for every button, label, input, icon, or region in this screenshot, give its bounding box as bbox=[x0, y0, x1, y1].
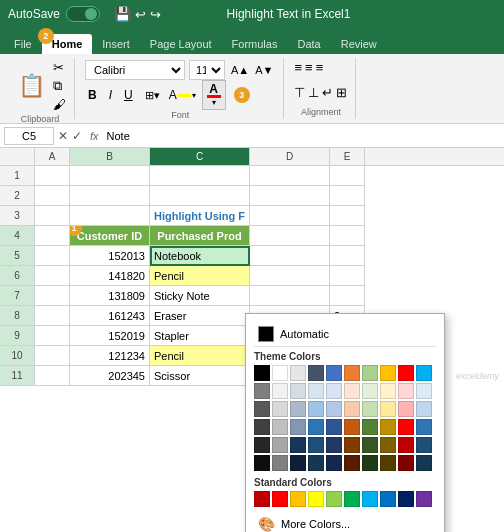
cell-d1[interactable] bbox=[250, 166, 330, 186]
bold-button[interactable]: B bbox=[85, 87, 100, 103]
wrap-text-icon[interactable]: ↵ bbox=[322, 85, 333, 100]
row-header-6[interactable]: 6 bbox=[0, 266, 35, 286]
font-color-button[interactable]: A ▾ bbox=[202, 80, 226, 110]
cell-d2[interactable] bbox=[250, 186, 330, 206]
theme-color-swatch[interactable] bbox=[380, 365, 396, 381]
standard-color-swatch[interactable] bbox=[416, 491, 432, 507]
cell-b2[interactable] bbox=[70, 186, 150, 206]
standard-color-swatch[interactable] bbox=[272, 491, 288, 507]
borders-button[interactable]: ⊞▾ bbox=[142, 88, 163, 103]
theme-color-swatch[interactable] bbox=[344, 437, 360, 453]
theme-color-swatch[interactable] bbox=[326, 437, 342, 453]
theme-color-swatch[interactable] bbox=[344, 419, 360, 435]
fill-color-button[interactable]: A ▾ bbox=[169, 88, 196, 102]
theme-color-swatch[interactable] bbox=[398, 401, 414, 417]
cell-b10[interactable]: 121234 bbox=[70, 346, 150, 366]
cell-c7[interactable]: Sticky Note bbox=[150, 286, 250, 306]
theme-color-swatch[interactable] bbox=[362, 401, 378, 417]
theme-color-swatch[interactable] bbox=[272, 365, 288, 381]
standard-color-swatch[interactable] bbox=[362, 491, 378, 507]
tab-data[interactable]: Data bbox=[287, 34, 330, 54]
format-painter-icon[interactable]: 🖌 bbox=[53, 97, 66, 112]
row-header-10[interactable]: 10 bbox=[0, 346, 35, 366]
font-size-select[interactable]: 11 bbox=[189, 60, 225, 80]
theme-color-swatch[interactable] bbox=[380, 419, 396, 435]
cell-b4[interactable]: Customer ID 1 bbox=[70, 226, 150, 246]
cell-a5[interactable] bbox=[35, 246, 70, 266]
cell-d5[interactable] bbox=[250, 246, 330, 266]
tab-file[interactable]: File bbox=[4, 34, 42, 54]
tab-review[interactable]: Review bbox=[331, 34, 387, 54]
row-header-7[interactable]: 7 bbox=[0, 286, 35, 306]
row-header-8[interactable]: 8 bbox=[0, 306, 35, 326]
cell-b7[interactable]: 131809 bbox=[70, 286, 150, 306]
col-header-e[interactable]: E bbox=[330, 148, 365, 165]
cell-a2[interactable] bbox=[35, 186, 70, 206]
theme-color-swatch[interactable] bbox=[326, 365, 342, 381]
standard-color-swatch[interactable] bbox=[254, 491, 270, 507]
theme-color-swatch[interactable] bbox=[362, 419, 378, 435]
align-top-icon[interactable]: ⊤ bbox=[294, 85, 305, 100]
standard-color-swatch[interactable] bbox=[326, 491, 342, 507]
theme-color-swatch[interactable] bbox=[344, 383, 360, 399]
cell-e6[interactable] bbox=[330, 266, 365, 286]
theme-color-swatch[interactable] bbox=[272, 419, 288, 435]
fill-color-dropdown-arrow[interactable]: ▾ bbox=[192, 91, 196, 100]
cell-c6[interactable]: Pencil bbox=[150, 266, 250, 286]
theme-color-swatch[interactable] bbox=[290, 455, 306, 471]
theme-color-swatch[interactable] bbox=[362, 383, 378, 399]
col-header-b[interactable]: B bbox=[70, 148, 150, 165]
cell-c3[interactable]: Highlight Using F bbox=[150, 206, 250, 226]
cell-e3[interactable] bbox=[330, 206, 365, 226]
cell-a1[interactable] bbox=[35, 166, 70, 186]
theme-color-swatch[interactable] bbox=[272, 383, 288, 399]
theme-color-swatch[interactable] bbox=[254, 419, 270, 435]
theme-color-swatch[interactable] bbox=[308, 365, 324, 381]
theme-color-swatch[interactable] bbox=[290, 365, 306, 381]
theme-color-swatch[interactable] bbox=[254, 437, 270, 453]
cut-icon[interactable]: ✂ bbox=[53, 60, 66, 75]
theme-color-swatch[interactable] bbox=[416, 419, 432, 435]
cell-b11[interactable]: 202345 bbox=[70, 366, 150, 386]
font-family-select[interactable]: Calibri bbox=[85, 60, 185, 80]
theme-color-swatch[interactable] bbox=[362, 455, 378, 471]
theme-color-swatch[interactable] bbox=[380, 401, 396, 417]
cell-a7[interactable] bbox=[35, 286, 70, 306]
theme-color-swatch[interactable] bbox=[362, 365, 378, 381]
automatic-color-option[interactable]: Automatic bbox=[254, 322, 436, 347]
cell-a8[interactable] bbox=[35, 306, 70, 326]
theme-color-swatch[interactable] bbox=[254, 401, 270, 417]
theme-color-swatch[interactable] bbox=[326, 401, 342, 417]
cell-b6[interactable]: 141820 bbox=[70, 266, 150, 286]
cancel-formula-icon[interactable]: ✕ bbox=[58, 129, 68, 143]
cell-c4[interactable]: Purchased Prod bbox=[150, 226, 250, 246]
row-header-1[interactable]: 1 bbox=[0, 166, 35, 186]
theme-color-swatch[interactable] bbox=[290, 383, 306, 399]
theme-color-swatch[interactable] bbox=[344, 455, 360, 471]
cell-a11[interactable] bbox=[35, 366, 70, 386]
confirm-formula-icon[interactable]: ✓ bbox=[72, 129, 82, 143]
theme-color-swatch[interactable] bbox=[254, 365, 270, 381]
cell-c1[interactable] bbox=[150, 166, 250, 186]
theme-color-swatch[interactable] bbox=[380, 455, 396, 471]
align-left-icon[interactable]: ≡ bbox=[294, 60, 302, 75]
theme-color-swatch[interactable] bbox=[398, 383, 414, 399]
formula-input[interactable] bbox=[107, 130, 500, 142]
undo-icon[interactable]: ↩ bbox=[135, 7, 146, 22]
standard-color-swatch[interactable] bbox=[344, 491, 360, 507]
cell-b5[interactable]: 152013 bbox=[70, 246, 150, 266]
theme-color-swatch[interactable] bbox=[272, 437, 288, 453]
row-header-3[interactable]: 3 bbox=[0, 206, 35, 226]
theme-color-swatch[interactable] bbox=[344, 365, 360, 381]
theme-color-swatch[interactable] bbox=[344, 401, 360, 417]
font-color-dropdown-arrow[interactable]: ▾ bbox=[212, 98, 216, 107]
cell-c5[interactable]: Notebook bbox=[150, 246, 250, 266]
theme-color-swatch[interactable] bbox=[398, 365, 414, 381]
theme-color-swatch[interactable] bbox=[254, 455, 270, 471]
align-right-icon[interactable]: ≡ bbox=[316, 60, 324, 75]
theme-color-swatch[interactable] bbox=[380, 383, 396, 399]
paste-button[interactable]: 📋 bbox=[14, 73, 49, 99]
theme-color-swatch[interactable] bbox=[308, 419, 324, 435]
theme-color-swatch[interactable] bbox=[254, 383, 270, 399]
cell-e5[interactable] bbox=[330, 246, 365, 266]
